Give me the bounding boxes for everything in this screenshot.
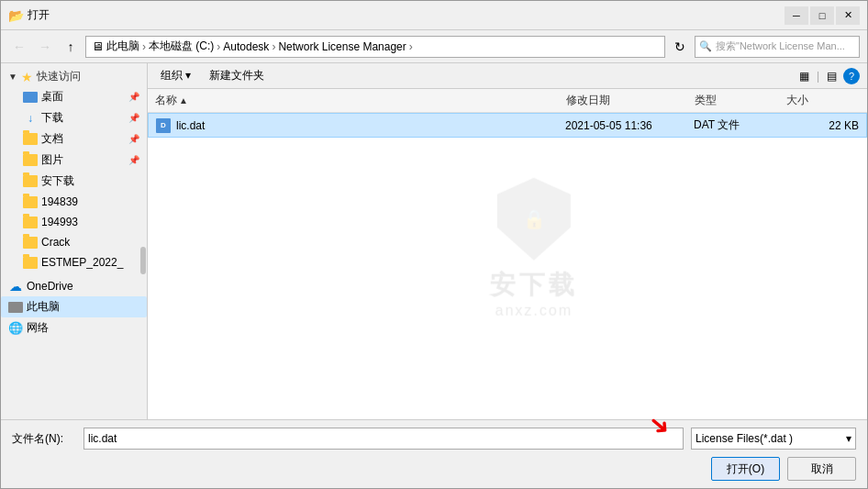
new-folder-button[interactable]: 新建文件夹 xyxy=(204,66,270,85)
sidebar-item-194839[interactable]: 194839 xyxy=(1,192,147,212)
forward-button[interactable]: → xyxy=(34,36,56,58)
title-bar-left: 📂 打开 xyxy=(8,7,50,23)
sidebar-item-label: 下载 xyxy=(41,110,63,126)
dialog-title: 打开 xyxy=(28,7,50,23)
separator: | xyxy=(817,70,819,83)
title-buttons: ─ □ ✕ xyxy=(785,6,860,25)
address-toolbar: ← → ↑ 🖥 此电脑 › 本地磁盘 (C:) › Autodesk › Net… xyxy=(1,30,867,63)
expand-icon: ▼ xyxy=(8,72,17,82)
breadcrumb-item: 🖥 此电脑 › 本地磁盘 (C:) › Autodesk › Network L… xyxy=(92,39,413,54)
name-col-label: 名称 xyxy=(155,93,177,108)
maximize-button[interactable]: □ xyxy=(810,6,834,25)
folder-icon xyxy=(23,194,38,209)
close-button[interactable]: ✕ xyxy=(836,6,860,25)
dialog-icon: 📂 xyxy=(8,8,24,23)
search-placeholder: 搜索"Network License Man... xyxy=(716,39,845,53)
name-column-header[interactable]: 名称 ▲ xyxy=(155,93,566,108)
breadcrumb[interactable]: 🖥 此电脑 › 本地磁盘 (C:) › Autodesk › Network L… xyxy=(85,36,665,58)
folder-icon xyxy=(23,215,38,229)
date-col-label: 修改日期 xyxy=(566,93,610,108)
filetype-label: License Files(*.dat ) xyxy=(696,432,793,445)
view-options: ▦ | ▤ ? xyxy=(795,66,860,86)
sidebar-item-label: 此电脑 xyxy=(27,299,60,315)
folder-icon xyxy=(23,235,38,250)
back-button[interactable]: ← xyxy=(8,36,30,58)
sidebar-item-documents[interactable]: 文档 📌 xyxy=(1,128,147,150)
title-bar: 📂 打开 ─ □ ✕ xyxy=(1,1,867,30)
size-column-header[interactable]: 大小 xyxy=(786,93,860,108)
up-button[interactable]: ↑ xyxy=(60,36,82,58)
sidebar-item-label: 文档 xyxy=(41,131,63,147)
sidebar-item-onedrive[interactable]: ☁ OneDrive xyxy=(1,276,147,296)
sidebar-item-pictures[interactable]: 图片 📌 xyxy=(1,150,147,171)
sidebar: ▼ ★ 快速访问 桌面 📌 ↓ 下载 📌 文档 📌 xyxy=(1,63,148,419)
sidebar-item-label: 网络 xyxy=(27,320,49,336)
sidebar-item-network[interactable]: 🌐 网络 xyxy=(1,317,147,339)
buttons-row: 打开(O) 取消 xyxy=(12,457,856,481)
search-icon: 🔍 xyxy=(699,40,712,52)
sidebar-item-label: ESTMEP_2022_ xyxy=(41,256,123,269)
sidebar-item-desktop[interactable]: 桌面 📌 xyxy=(1,86,147,107)
sidebar-item-estmep[interactable]: ESTMEP_2022_ xyxy=(1,252,147,272)
file-size: 22 KB xyxy=(785,119,859,132)
filename-input[interactable] xyxy=(83,428,684,450)
search-box[interactable]: 🔍 搜索"Network License Man... xyxy=(695,36,860,58)
bottom-area: 文件名(N): License Files(*.dat ) ▾ 打开(O) 取消 xyxy=(1,419,867,488)
content-toolbar: 组织 ▾ 新建文件夹 ▦ | ▤ ? xyxy=(148,63,867,89)
refresh-button[interactable]: ↻ xyxy=(669,36,691,58)
download-icon: ↓ xyxy=(23,111,38,126)
file-list: D lic.dat 2021-05-05 11:36 DAT 文件 22 KB xyxy=(148,113,867,419)
pin-icon: 📌 xyxy=(128,92,139,102)
type-column-header[interactable]: 类型 xyxy=(695,93,786,108)
sidebar-item-crack[interactable]: Crack xyxy=(1,232,147,252)
sidebar-item-label: OneDrive xyxy=(27,280,73,293)
new-folder-label: 新建文件夹 xyxy=(209,68,264,83)
filetype-dropdown[interactable]: License Files(*.dat ) ▾ xyxy=(691,428,856,450)
network-icon: 🌐 xyxy=(8,321,23,336)
minimize-button[interactable]: ─ xyxy=(785,6,808,25)
pin-icon: 📌 xyxy=(128,134,139,144)
organize-button[interactable]: 组织 ▾ xyxy=(155,66,196,85)
dropdown-arrow: ▾ xyxy=(846,432,851,445)
sidebar-item-194993[interactable]: 194993 xyxy=(1,212,147,232)
view-grid-button[interactable]: ▦ xyxy=(795,66,815,86)
pin-icon: 📌 xyxy=(128,155,139,165)
sidebar-item-thispc[interactable]: 此电脑 xyxy=(1,296,147,317)
quick-access-label: 快速访问 xyxy=(37,69,81,84)
dat-file-icon: D xyxy=(156,118,171,133)
folder-icon xyxy=(23,174,38,189)
folder-icon xyxy=(23,132,38,147)
help-button[interactable]: ? xyxy=(843,68,860,84)
sidebar-item-label: 194839 xyxy=(41,195,78,208)
sidebar-item-anxz[interactable]: 安下载 xyxy=(1,171,147,192)
sidebar-item-label: Crack xyxy=(41,236,70,249)
organize-label: 组织 ▾ xyxy=(161,68,191,83)
size-col-label: 大小 xyxy=(786,93,808,108)
file-name-cell: D lic.dat xyxy=(156,118,565,133)
open-dialog: 📂 打开 ─ □ ✕ ← → ↑ 🖥 此电脑 › 本地磁盘 (C:) › Aut… xyxy=(0,0,868,489)
sidebar-scrollbar[interactable] xyxy=(140,247,146,274)
date-column-header[interactable]: 修改日期 xyxy=(566,93,695,108)
onedrive-icon: ☁ xyxy=(8,279,23,294)
open-btn-label: 打开(O) xyxy=(727,461,764,477)
cancel-btn-label: 取消 xyxy=(811,461,833,477)
quick-access-header: ▼ ★ 快速访问 xyxy=(1,67,147,86)
filename-label: 文件名(N): xyxy=(12,431,76,447)
sort-arrow: ▲ xyxy=(179,95,188,106)
sidebar-item-label: 桌面 xyxy=(41,89,63,105)
pin-icon: 📌 xyxy=(128,113,139,123)
cancel-button[interactable]: 取消 xyxy=(787,457,856,481)
folder-icon xyxy=(23,153,38,168)
file-list-header: 名称 ▲ 修改日期 类型 大小 xyxy=(148,89,867,113)
file-type: DAT 文件 xyxy=(694,117,785,133)
view-list-button[interactable]: ▤ xyxy=(821,66,841,86)
file-name: lic.dat xyxy=(176,119,205,132)
star-icon: ★ xyxy=(21,70,33,84)
open-button[interactable]: 打开(O) xyxy=(711,457,780,481)
sidebar-item-label: 图片 xyxy=(41,152,63,168)
file-row-licdat[interactable]: D lic.dat 2021-05-05 11:36 DAT 文件 22 KB xyxy=(148,113,867,138)
file-date: 2021-05-05 11:36 xyxy=(565,119,694,132)
desktop-icon xyxy=(23,90,38,105)
type-col-label: 类型 xyxy=(695,93,717,108)
sidebar-item-downloads[interactable]: ↓ 下载 📌 xyxy=(1,107,147,128)
